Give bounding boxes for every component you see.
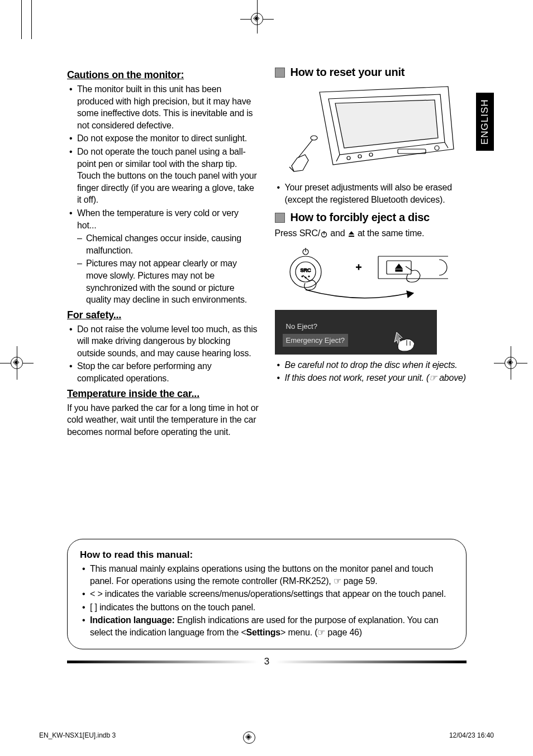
how-to-read-box: How to read this manual: This manual mai… bbox=[67, 539, 467, 649]
list-item: Your preset adjustments will also be era… bbox=[275, 181, 467, 205]
list-item: Do not raise the volume level too much, … bbox=[67, 323, 259, 360]
list-for-safety: Do not raise the volume level too much, … bbox=[67, 323, 259, 385]
list-item: This manual mainly explains operations u… bbox=[80, 563, 454, 587]
list-item: [ ] indicates the buttons on the touch p… bbox=[80, 601, 454, 614]
svg-text:+: + bbox=[355, 262, 361, 273]
page-number-bar: 3 bbox=[67, 656, 467, 667]
eject-controls-illustration: SRC + bbox=[275, 244, 467, 355]
registration-mark-left bbox=[0, 346, 39, 385]
page-bar-right bbox=[276, 661, 467, 663]
list-item: < > indicates the variable screens/menus… bbox=[80, 588, 454, 600]
power-icon bbox=[320, 230, 328, 238]
list-item: Do not expose the monitor to direct sunl… bbox=[67, 132, 259, 145]
howto-title: How to read this manual: bbox=[80, 549, 454, 561]
eject-screen-preview: No Eject? Emergency Eject? bbox=[275, 310, 437, 355]
svg-rect-14 bbox=[349, 236, 354, 237]
screen-option-no-eject: No Eject? bbox=[283, 320, 321, 333]
list-item: Do not operate the touch panel using a b… bbox=[67, 146, 259, 206]
registration-mark-top bbox=[240, 0, 285, 39]
indication-language-label: Indication language: bbox=[90, 615, 175, 625]
list-cautions-monitor: The monitor built in this unit has been … bbox=[67, 83, 259, 306]
list-eject-notes: Be careful not to drop the disc when it … bbox=[275, 359, 467, 384]
reset-unit-illustration bbox=[286, 82, 459, 176]
settings-menu-name: Settings bbox=[246, 628, 281, 637]
screen-option-emergency-eject: Emergency Eject? bbox=[283, 334, 349, 347]
section-head-reset: How to reset your unit bbox=[275, 66, 467, 79]
svg-point-10 bbox=[311, 136, 317, 140]
svg-point-22 bbox=[308, 276, 310, 277]
paragraph-temperature: If you have parked the car for a long ti… bbox=[67, 402, 259, 438]
svg-marker-32 bbox=[407, 291, 413, 298]
list-item: The monitor built in this unit has been … bbox=[67, 83, 259, 131]
language-tab: ENGLISH bbox=[476, 93, 494, 151]
list-item: If this does not work, reset your unit. … bbox=[275, 372, 467, 384]
footer-filename: EN_KW-NSX1[EU].indb 3 bbox=[39, 731, 116, 739]
list-item: Stop the car before performing any compl… bbox=[67, 360, 259, 384]
howto-list: This manual mainly explains operations u… bbox=[80, 563, 454, 639]
section-head-eject: How to forcibly eject a disc bbox=[275, 211, 467, 224]
section-title-eject: How to forcibly eject a disc bbox=[291, 211, 430, 224]
section-title-reset: How to reset your unit bbox=[291, 66, 405, 79]
touch-hand-icon bbox=[393, 329, 418, 353]
sublist-temperature: Chemical changes occur inside, causing m… bbox=[77, 232, 259, 306]
svg-marker-13 bbox=[349, 231, 354, 235]
text: at the same time. bbox=[355, 228, 425, 238]
section-marker-icon bbox=[275, 68, 285, 78]
text: Press SRC/ bbox=[275, 228, 321, 238]
heading-temperature-car: Temperature inside the car... bbox=[67, 388, 259, 400]
text: > menu. (☞ page 46) bbox=[280, 628, 362, 637]
main-content: Cautions on the monitor: The monitor bui… bbox=[67, 66, 467, 438]
right-column: How to reset your unit bbox=[275, 66, 467, 438]
list-item: Pictures may not appear clearly or may m… bbox=[77, 257, 259, 305]
svg-point-20 bbox=[302, 276, 303, 277]
registration-mark-right bbox=[494, 346, 533, 385]
heading-cautions-monitor: Cautions on the monitor: bbox=[67, 69, 259, 81]
svg-rect-30 bbox=[396, 270, 402, 271]
list-item: Indication language: English indications… bbox=[80, 614, 454, 638]
eject-icon bbox=[348, 231, 355, 237]
page-number: 3 bbox=[264, 656, 269, 667]
eject-instruction: Press SRC/ and at the same time. bbox=[275, 227, 467, 240]
print-footer: EN_KW-NSX1[EU].indb 3 12/04/23 16:40 bbox=[39, 731, 494, 739]
list-item: When the temperature is very cold or ver… bbox=[67, 207, 259, 306]
footer-timestamp: 12/04/23 16:40 bbox=[449, 731, 494, 739]
list-reset-note: Your preset adjustments will also be era… bbox=[275, 181, 467, 205]
heading-for-safety: For safety... bbox=[67, 309, 259, 321]
left-column: Cautions on the monitor: The monitor bui… bbox=[67, 66, 259, 438]
text: and bbox=[328, 228, 348, 238]
list-item: Be careful not to drop the disc when it … bbox=[275, 359, 467, 371]
list-item-text: When the temperature is very cold or ver… bbox=[77, 208, 239, 230]
page-bar-left bbox=[67, 661, 258, 663]
svg-marker-29 bbox=[396, 264, 402, 269]
section-marker-icon bbox=[275, 213, 285, 223]
svg-text:SRC: SRC bbox=[300, 267, 311, 273]
list-item: Chemical changes occur inside, causing m… bbox=[77, 232, 259, 256]
